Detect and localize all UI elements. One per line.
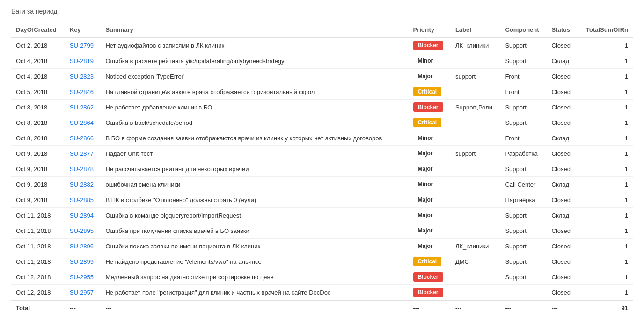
cell-day: Oct 9, 2018 xyxy=(11,192,65,208)
cell-priority: Minor xyxy=(409,177,451,192)
table-row: Oct 8, 2018 SU-2866 В БО в форме создани… xyxy=(11,130,633,146)
table-row: Oct 4, 2018 SU-2823 Noticed exception 'T… xyxy=(11,69,633,84)
cell-key: SU-2862 xyxy=(65,100,101,115)
col-label: Label xyxy=(451,22,501,37)
cell-priority: Blocker xyxy=(409,100,451,115)
cell-priority: Blocker xyxy=(409,285,451,301)
cell-priority: Major xyxy=(409,223,451,239)
table-footer: Total --- --- --- --- --- --- 91 xyxy=(11,300,633,315)
priority-text: Major xyxy=(413,164,438,174)
cell-status: Closed xyxy=(547,161,578,177)
cell-key: SU-2878 xyxy=(65,161,101,177)
cell-status: Closed xyxy=(547,254,578,269)
cell-total: 1 xyxy=(578,69,633,84)
col-priority: Priority xyxy=(409,22,451,37)
table-row: Oct 5, 2018 SU-2846 На главной странице\… xyxy=(11,84,633,100)
priority-badge: Critical xyxy=(413,87,442,96)
table-row: Oct 2, 2018 SU-2799 Нет аудиофайлов с за… xyxy=(11,37,633,53)
section-title: Баги за период xyxy=(11,7,633,15)
cell-day: Oct 12, 2018 xyxy=(11,285,65,301)
cell-day: Oct 4, 2018 xyxy=(11,53,65,69)
cell-summary: Ошибка в команде bigqueryreport/importRe… xyxy=(101,208,408,223)
cell-total: 1 xyxy=(578,269,633,285)
cell-status: Closed xyxy=(547,37,578,53)
cell-priority: Critical xyxy=(409,115,451,130)
cell-summary: Ошибка в back/schedule/period xyxy=(101,115,408,130)
cell-priority: Major xyxy=(409,239,451,254)
cell-summary: Не работает поле "регистрация" для клини… xyxy=(101,285,408,301)
cell-label xyxy=(451,161,501,177)
cell-status: Closed xyxy=(547,146,578,161)
cell-day: Oct 11, 2018 xyxy=(11,254,65,269)
priority-text: Major xyxy=(413,210,438,220)
cell-day: Oct 11, 2018 xyxy=(11,239,65,254)
cell-key: SU-2799 xyxy=(65,37,101,53)
cell-component: Support xyxy=(500,100,547,115)
cell-status: Closed xyxy=(547,100,578,115)
table-row: Oct 4, 2018 SU-2819 Ошибка в расчете рей… xyxy=(11,53,633,69)
table-row: Oct 11, 2018 SU-2895 Ошибка при получени… xyxy=(11,223,633,239)
priority-text: Minor xyxy=(413,180,438,189)
cell-label xyxy=(451,177,501,192)
cell-key: SU-2957 xyxy=(65,285,101,301)
cell-key: SU-2846 xyxy=(65,84,101,100)
cell-component: Support xyxy=(500,208,547,223)
cell-summary: В ПК в столбике "Отклонено" должны стоят… xyxy=(101,192,408,208)
priority-badge: Blocker xyxy=(413,102,443,112)
cell-day: Oct 2, 2018 xyxy=(11,37,65,53)
cell-priority: Major xyxy=(409,69,451,84)
cell-summary: Медленный запрос на диагностике при сорт… xyxy=(101,269,408,285)
cell-component xyxy=(500,285,547,301)
cell-component: Support xyxy=(500,239,547,254)
cell-component: Front xyxy=(500,130,547,146)
cell-label xyxy=(451,115,501,130)
footer-component: --- xyxy=(500,300,547,315)
table-row: Oct 8, 2018 SU-2862 Не работает добавлен… xyxy=(11,100,633,115)
footer-status: --- xyxy=(547,300,578,315)
cell-priority: Major xyxy=(409,146,451,161)
cell-summary: В БО в форме создания заявки отображаютс… xyxy=(101,130,408,146)
cell-key: SU-2899 xyxy=(65,254,101,269)
cell-component: Партнёрка xyxy=(500,192,547,208)
cell-priority: Minor xyxy=(409,53,451,69)
col-key: Key xyxy=(65,22,101,37)
cell-component: Support xyxy=(500,254,547,269)
cell-total: 1 xyxy=(578,130,633,146)
cell-label xyxy=(451,285,501,301)
priority-badge: Blocker xyxy=(413,272,443,282)
table-row: Oct 11, 2018 SU-2894 Ошибка в команде bi… xyxy=(11,208,633,223)
priority-text: Major xyxy=(413,195,438,204)
cell-total: 1 xyxy=(578,192,633,208)
cell-component: Support xyxy=(500,161,547,177)
footer-key: --- xyxy=(65,300,101,315)
cell-component: Front xyxy=(500,69,547,84)
priority-text: Major xyxy=(413,226,438,235)
cell-component: Support xyxy=(500,53,547,69)
cell-status: Склад xyxy=(547,130,578,146)
cell-summary: Ошибки поиска заявки по имени пациента в… xyxy=(101,239,408,254)
cell-day: Oct 4, 2018 xyxy=(11,69,65,84)
cell-status: Closed xyxy=(547,84,578,100)
cell-total: 1 xyxy=(578,53,633,69)
cell-status: Closed xyxy=(547,69,578,84)
table-row: Oct 11, 2018 SU-2896 Ошибки поиска заявк… xyxy=(11,239,633,254)
priority-text: Minor xyxy=(413,56,438,65)
table-body: Oct 2, 2018 SU-2799 Нет аудиофайлов с за… xyxy=(11,37,633,300)
footer-priority: --- xyxy=(409,300,451,315)
table-row: Oct 12, 2018 SU-2957 Не работает поле "р… xyxy=(11,285,633,301)
footer-label: --- xyxy=(451,300,501,315)
cell-total: 1 xyxy=(578,100,633,115)
cell-key: SU-2864 xyxy=(65,115,101,130)
cell-key: SU-2895 xyxy=(65,223,101,239)
cell-component: Call Center xyxy=(500,177,547,192)
cell-key: SU-2894 xyxy=(65,208,101,223)
cell-label: ДМС xyxy=(451,254,501,269)
cell-day: Oct 11, 2018 xyxy=(11,223,65,239)
cell-summary: Ошибка при получении списка врачей в БО … xyxy=(101,223,408,239)
cell-summary: Noticed exception 'TypeError' xyxy=(101,69,408,84)
cell-component: Support xyxy=(500,269,547,285)
cell-summary: На главной странице\в анкете врача отобр… xyxy=(101,84,408,100)
table-row: Oct 9, 2018 SU-2885 В ПК в столбике "Отк… xyxy=(11,192,633,208)
cell-label: support xyxy=(451,69,501,84)
col-status: Status xyxy=(547,22,578,37)
